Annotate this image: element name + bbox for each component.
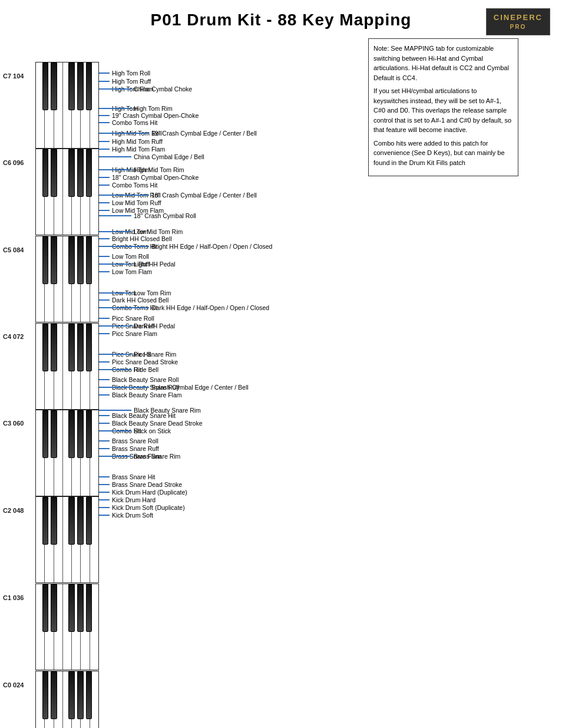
left-note-label: Bright HH Closed Bell: [99, 235, 172, 242]
right-note-label: Stick on Stick: [99, 427, 171, 434]
right-note-label: Splash Cymbal Edge / Center / Bell: [99, 384, 249, 391]
keyboard-diagram: C7 104C6 096C5 084C4 072C3 060C2 048C1 0…: [3, 35, 368, 725]
piano-octave: [35, 62, 99, 149]
right-note-label: Bright HH Edge / Half-Open / Open / Clos…: [99, 243, 272, 250]
right-note-label: China Cymbal Edge / Bell: [99, 153, 204, 160]
info-text-2: If you set HH/cymbal articulations to ke…: [373, 86, 513, 135]
piano-octave: [35, 236, 99, 322]
left-note-label: Kick Drum Soft (Duplicate): [99, 504, 185, 511]
left-note-label: 18" Crash Cymbal Open-Choke: [99, 174, 199, 181]
octave-label: C1 036: [3, 594, 35, 601]
piano-octave: [35, 584, 99, 670]
left-note-label: Dark HH Closed Bell: [99, 297, 168, 304]
right-note-label: Low Tom Rim: [99, 289, 171, 297]
left-note-label: Black Beauty Snare Roll: [99, 376, 178, 383]
left-note-label: High Mid Tom Flam: [99, 146, 165, 153]
octave-label: C4 072: [3, 333, 35, 340]
right-note-label: Picc Snare Rim: [99, 351, 176, 358]
left-note-label: Brass Snare Roll: [99, 437, 158, 444]
left-note-label: Kick Drum Hard: [99, 496, 156, 503]
left-note-label: High Tom Ruff: [99, 78, 151, 85]
piano-octave: [35, 323, 99, 410]
left-note-label: High Mid Tom Ruff: [99, 138, 163, 145]
octave-label: C2 048: [3, 507, 35, 514]
left-note-label: Picc Snare Roll: [99, 315, 154, 322]
page-title: P01 Drum Kit - 88 Key Mapping: [0, 0, 562, 35]
left-note-label: Low Mid Tom Ruff: [99, 199, 161, 206]
info-text-3: Combo hits were added to this patch for …: [373, 139, 513, 168]
octave-label: C6 096: [3, 159, 35, 166]
octave-label: C3 060: [3, 420, 35, 427]
left-note-label: Low Tom Roll: [99, 253, 149, 260]
left-note-label: Black Beauty Snare Dead Stroke: [99, 420, 203, 427]
left-note-label: Kick Drum Soft: [99, 512, 153, 519]
octave-label: C7 104: [3, 73, 35, 80]
piano-octave: [35, 496, 99, 583]
left-note-label: Brass Snare Ruff: [99, 445, 159, 452]
left-note-label: High Tom Roll: [99, 70, 150, 77]
left-note-label: Brass Snare Hit: [99, 473, 156, 480]
logo-line2: PRO: [494, 23, 543, 31]
right-note-label: 19" Crash Cymbal Edge / Center / Bell: [99, 130, 257, 137]
logo-box: CINEPERC PRO: [486, 8, 550, 35]
info-box: Note: See MAPPING tab for customizable s…: [368, 38, 518, 176]
right-note-label: Black Beauty Snare Rim: [99, 407, 201, 414]
octave-label: C0 024: [3, 681, 35, 689]
left-note-label: Combo Toms Hit: [99, 119, 157, 126]
left-note-label: Low Tom Flam: [99, 268, 152, 275]
left-note-label: Combo Toms Hit: [99, 182, 157, 189]
right-note-label: 18" Crash Cymbal Edge / Center / Bell: [99, 192, 257, 199]
right-note-label: Dark HH Pedal: [99, 322, 175, 330]
piano-octave: [35, 671, 99, 728]
right-note-label: 18" Crash Cymbal Roll: [99, 212, 196, 219]
octave-label: C5 084: [3, 246, 35, 253]
left-note-label: Picc Snare Flam: [99, 330, 157, 337]
info-text-1: Note: See MAPPING tab for customizable s…: [373, 44, 513, 83]
left-note-label: 19" Crash Cymbal Open-Choke: [99, 112, 199, 119]
right-note-label: Dark HH Edge / Half-Open / Open / Closed: [99, 304, 269, 311]
right-note-label: Brass Snare Rim: [99, 453, 180, 460]
left-note-label: Brass Snare Dead Stroke: [99, 481, 182, 488]
left-note-label: Picc Snare Dead Stroke: [99, 358, 178, 365]
piano-octave: [35, 149, 99, 235]
left-note-label: Kick Drum Hard (Duplicate): [99, 489, 187, 496]
logo-line1: CINEPERC: [494, 12, 543, 23]
right-note-label: Low Mid Tom Rim: [99, 228, 183, 235]
right-note-label: High Tom Rim: [99, 105, 173, 112]
right-note-label: China Cymbal Choke: [99, 85, 192, 93]
left-note-label: Black Beauty Snare Flam: [99, 391, 181, 398]
right-note-label: Ride Bell: [99, 366, 158, 373]
right-note-label: Light HH Pedal: [99, 261, 176, 268]
piano-octave: [35, 410, 99, 496]
right-note-label: High Mid Tom Rim: [99, 166, 184, 173]
